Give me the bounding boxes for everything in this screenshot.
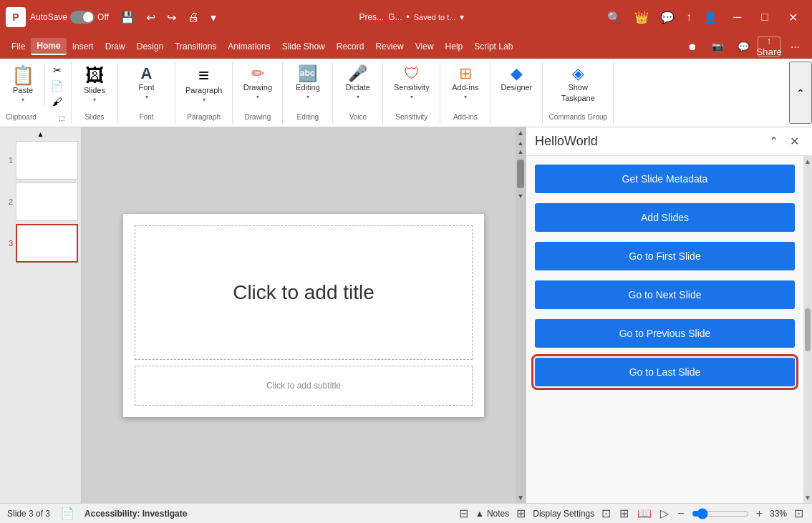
editing-icon: 🔤 bbox=[298, 66, 317, 82]
notes-button[interactable]: ▲ Notes bbox=[475, 509, 509, 519]
designer-button[interactable]: ◆ Designer bbox=[496, 63, 536, 95]
slide-thumb-1[interactable] bbox=[16, 141, 78, 180]
editing-button[interactable]: 🔤 Editing ▾ bbox=[291, 63, 325, 103]
slides-button[interactable]: 🖼 Slides ▾ bbox=[77, 63, 112, 106]
menu-review[interactable]: Review bbox=[369, 39, 409, 54]
menu-transitions[interactable]: Transitions bbox=[169, 39, 222, 54]
minimize-button[interactable]: ─ bbox=[725, 0, 750, 34]
menu-draw[interactable]: Draw bbox=[100, 39, 131, 54]
cut-button[interactable]: ✂ bbox=[49, 63, 64, 77]
share-btn[interactable]: ↑ Share bbox=[758, 36, 780, 57]
slide-thumb-3[interactable] bbox=[16, 224, 78, 263]
scroll-up-btn[interactable]: ▲ bbox=[518, 140, 524, 147]
slide-thumb-row-3: 3 bbox=[3, 224, 78, 263]
customize-button[interactable]: ▾ bbox=[206, 8, 221, 27]
comment-icon[interactable]: 💬 bbox=[732, 36, 755, 57]
status-bar-right: ⊟ ▲ Notes ⊞ Display Settings ⊡ ⊞ 📖 ▷ − +… bbox=[458, 505, 805, 522]
hw-scroll-down[interactable]: ▼ bbox=[804, 494, 811, 502]
autosave-toggle[interactable] bbox=[70, 11, 95, 24]
redo-button[interactable]: ↪ bbox=[163, 8, 180, 27]
commands-group-label: Commands Group bbox=[548, 113, 607, 122]
search-button[interactable]: 🔍 bbox=[603, 8, 626, 27]
copy-button[interactable]: 📄 bbox=[49, 79, 64, 93]
save-status: • bbox=[406, 12, 409, 22]
clipboard-expand[interactable]: ⬚ bbox=[59, 114, 65, 122]
slide-grid-view[interactable]: ⊞ bbox=[618, 505, 630, 522]
filename-label: Pres... bbox=[359, 12, 384, 22]
slide-num-2: 2 bbox=[3, 197, 13, 206]
sensitivity-button[interactable]: 🛡 Sensitivity ▾ bbox=[390, 63, 434, 103]
close-button[interactable]: ✕ bbox=[780, 0, 806, 34]
menu-help[interactable]: Help bbox=[440, 39, 469, 54]
more-btn[interactable]: ⋯ bbox=[783, 36, 806, 57]
slide-reading-view[interactable]: 📖 bbox=[636, 505, 653, 522]
scroll-down-arrow[interactable]: ▼ bbox=[516, 492, 526, 503]
paste-button[interactable]: 📋 Paste ▾ bbox=[6, 63, 40, 106]
maximize-button[interactable]: □ bbox=[753, 0, 777, 34]
paste-icon: 📋 bbox=[11, 66, 34, 84]
share-button[interactable]: ↑ bbox=[682, 8, 696, 26]
record-icon[interactable]: ⏺ bbox=[680, 36, 703, 57]
addins-button[interactable]: ⊞ Add-ins ▾ bbox=[448, 63, 483, 103]
font-button[interactable]: A Font ▾ bbox=[130, 63, 164, 103]
go-to-previous-slide-button[interactable]: Go to Previous Slide bbox=[535, 319, 795, 348]
save-button[interactable]: 💾 bbox=[116, 8, 139, 27]
zoom-in-btn[interactable]: + bbox=[755, 506, 764, 522]
helloworld-header-buttons: ⌃ ✕ bbox=[765, 133, 803, 150]
menu-record[interactable]: Record bbox=[331, 39, 370, 54]
get-slide-metadata-button[interactable]: Get Slide Metadata bbox=[535, 165, 795, 193]
ribbon-group-editing: 🔤 Editing ▾ Editing bbox=[283, 62, 333, 124]
scroll-thumb[interactable] bbox=[517, 160, 524, 188]
scroll-mid-down-btn[interactable]: ▼ bbox=[518, 192, 524, 200]
dictate-button[interactable]: 🎤 Dictate ▾ bbox=[341, 63, 375, 103]
hw-scroll-up[interactable]: ▲ bbox=[804, 157, 811, 165]
slide-title-area[interactable]: Click to add title bbox=[135, 225, 473, 360]
presenter-icon[interactable]: 📷 bbox=[706, 36, 729, 57]
comments-button[interactable]: 💬 bbox=[656, 8, 679, 27]
slide-thumb-2[interactable] bbox=[16, 182, 78, 221]
menu-animations[interactable]: Animations bbox=[222, 39, 276, 54]
microphone-icon: 🎤 bbox=[348, 66, 367, 82]
add-slides-button[interactable]: Add Slides bbox=[535, 203, 795, 232]
scroll-up-arrow[interactable]: ▲ bbox=[516, 127, 526, 138]
drawing-button[interactable]: ✏ Drawing ▾ bbox=[239, 63, 276, 103]
slide-panel-scroll-up[interactable]: ▲ bbox=[3, 130, 78, 138]
go-to-first-slide-button[interactable]: Go to First Slide bbox=[535, 242, 795, 270]
notes-icon-btn[interactable]: 📄 bbox=[59, 505, 76, 522]
hw-scroll-thumb[interactable] bbox=[805, 308, 811, 351]
go-to-last-slide-button[interactable]: Go to Last Slide bbox=[535, 358, 795, 386]
print-button[interactable]: 🖨 bbox=[183, 8, 203, 26]
display-settings-btn[interactable]: ⊞ bbox=[515, 505, 527, 522]
scroll-mid-up-btn[interactable]: ▲ bbox=[518, 148, 524, 155]
paragraph-button[interactable]: ≡ Paragraph ▾ bbox=[181, 63, 226, 106]
menu-scriptlab[interactable]: Script Lab bbox=[468, 39, 518, 54]
menu-design[interactable]: Design bbox=[131, 39, 169, 54]
slide-subtitle-area[interactable]: Click to add subtitle bbox=[135, 366, 473, 406]
zoom-slider[interactable] bbox=[692, 508, 749, 519]
accessibility-label: Accessibility: Investigate bbox=[84, 509, 187, 519]
slide-normal-view[interactable]: ⊡ bbox=[600, 505, 612, 522]
menu-home[interactable]: Home bbox=[31, 38, 66, 55]
ribbon-button[interactable]: 👑 bbox=[630, 8, 653, 27]
save-dropdown[interactable]: ▾ bbox=[460, 12, 464, 22]
account-button[interactable]: 👤 bbox=[699, 8, 722, 27]
slide-presentation-view[interactable]: ▷ bbox=[659, 505, 670, 522]
menu-slideshow[interactable]: Slide Show bbox=[276, 39, 331, 54]
undo-button[interactable]: ↩ bbox=[142, 8, 160, 27]
ribbon-collapse-button[interactable]: ⌃ bbox=[789, 62, 812, 124]
slide-view-icon[interactable]: ⊟ bbox=[458, 505, 470, 522]
panel-close-button[interactable]: ✕ bbox=[786, 133, 803, 150]
fit-slide-btn[interactable]: ⊡ bbox=[793, 505, 805, 522]
clipboard-label: Clipboard bbox=[6, 113, 37, 122]
show-taskpane-button[interactable]: ◈ Show Taskpane bbox=[557, 63, 599, 106]
panel-collapse-button[interactable]: ⌃ bbox=[765, 133, 783, 150]
addins-icon: ⊞ bbox=[459, 66, 472, 82]
go-to-next-slide-button[interactable]: Go to Next Slide bbox=[535, 280, 795, 309]
zoom-out-btn[interactable]: − bbox=[676, 506, 685, 522]
notes-label: Notes bbox=[487, 509, 509, 519]
paragraph-icon: ≡ bbox=[198, 66, 209, 84]
menu-insert[interactable]: Insert bbox=[67, 39, 100, 54]
menu-file[interactable]: File bbox=[6, 39, 31, 54]
format-painter-button[interactable]: 🖌 bbox=[49, 94, 64, 109]
menu-view[interactable]: View bbox=[410, 39, 440, 54]
